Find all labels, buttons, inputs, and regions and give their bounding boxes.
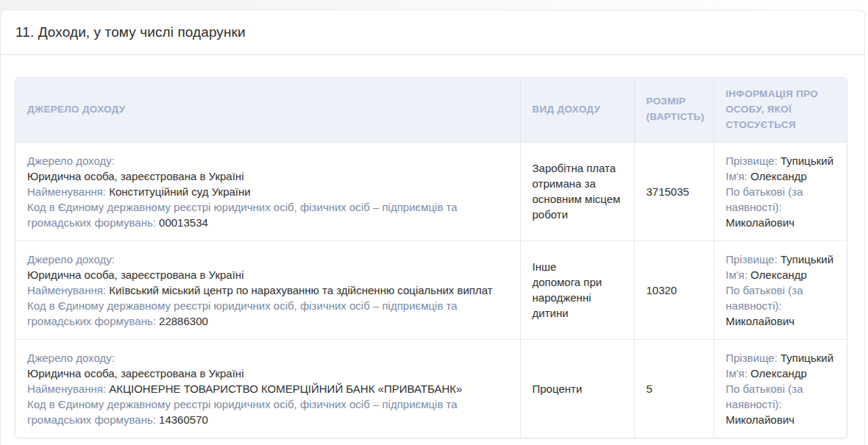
source-type-value: Юридична особа, зареєстрована в Україні xyxy=(27,168,510,184)
surname-value: Тупицький xyxy=(780,154,833,167)
surname-value: Тупицький xyxy=(780,253,833,266)
person-info-cell: Прізвище: Тупицький Ім'я: Олександр По б… xyxy=(714,339,847,438)
patronymic-value: Миколайович xyxy=(726,413,795,426)
name-value: Київський міський центр по нарахуванню т… xyxy=(109,284,492,296)
income-table-card: ДЖЕРЕЛО ДОХОДУ ВИД ДОХОДУ РОЗМІР (ВАРТІС… xyxy=(15,77,847,438)
section-title: 11. Доходи, у тому числі подарунки xyxy=(15,24,246,40)
person-info-cell: Прізвище: Тупицький Ім'я: Олександр По б… xyxy=(714,241,847,339)
column-header-amount: РОЗМІР (ВАРТІСТЬ) xyxy=(634,78,714,142)
first-name-value: Олександр xyxy=(750,170,807,182)
first-name-label: Ім'я: xyxy=(726,268,748,281)
declaration-page: { "page": { "section_title": "11. Доходи… xyxy=(0,0,868,445)
patronymic-value: Миколайович xyxy=(726,315,795,327)
first-name-label: Ім'я: xyxy=(726,367,748,380)
income-table: ДЖЕРЕЛО ДОХОДУ ВИД ДОХОДУ РОЗМІР (ВАРТІС… xyxy=(15,78,847,438)
surname-label: Прізвище: xyxy=(726,253,778,266)
registry-code-value: 22886300 xyxy=(159,315,208,327)
income-type-cell: Проценти xyxy=(520,339,634,438)
registry-code-label: Код в Єдиному державному реєстрі юридичн… xyxy=(27,201,458,229)
person-info-cell: Прізвище: Тупицький Ім'я: Олександр По б… xyxy=(714,142,847,241)
registry-code-label: Код в Єдиному державному реєстрі юридичн… xyxy=(27,299,458,327)
income-type-value: Проценти xyxy=(533,381,624,396)
income-source-cell: Джерело доходу: Юридична особа, зареєстр… xyxy=(15,339,520,438)
amount-cell: 10320 xyxy=(634,241,714,339)
patronymic-label: По батькові (за наявності): xyxy=(726,382,803,410)
registry-code-value: 14360570 xyxy=(159,413,208,426)
patronymic-label: По батькові (за наявності): xyxy=(726,284,803,312)
income-source-cell: Джерело доходу: Юридична особа, зареєстр… xyxy=(15,241,520,339)
amount-cell: 5 xyxy=(634,339,714,438)
patronymic-label: По батькові (за наявності): xyxy=(726,185,803,213)
income-type-value: Інше допомога при народженні дитини xyxy=(533,259,624,321)
income-type-cell: Заробітна плата отримана за основним міс… xyxy=(520,142,634,241)
surname-label: Прізвище: xyxy=(726,154,778,167)
first-name-value: Олександр xyxy=(750,367,807,380)
first-name-value: Олександр xyxy=(750,268,807,281)
name-label: Найменування: xyxy=(27,382,106,395)
column-header-person-info: ІНФОРМАЦІЯ ПРО ОСОБУ, ЯКОЇ СТОСУЄТЬСЯ xyxy=(714,78,847,142)
name-value: Конституційний суд України xyxy=(109,185,251,198)
column-header-income-type: ВИД ДОХОДУ xyxy=(520,78,634,142)
name-value: АКЦІОНЕРНЕ ТОВАРИСТВО КОМЕРЦІЙНИЙ БАНК «… xyxy=(109,382,462,395)
source-type-value: Юридична особа, зареєстрована в Україні xyxy=(27,267,510,282)
name-label: Найменування: xyxy=(27,185,106,198)
table-row: Джерело доходу: Юридична особа, зареєстр… xyxy=(15,142,847,241)
registry-code-label: Код в Єдиному державному реєстрі юридичн… xyxy=(27,398,458,426)
income-table-header: ДЖЕРЕЛО ДОХОДУ ВИД ДОХОДУ РОЗМІР (ВАРТІС… xyxy=(15,78,847,142)
amount-cell: 3715035 xyxy=(634,142,714,241)
income-type-cell: Інше допомога при народженні дитини xyxy=(520,241,634,339)
source-label: Джерело доходу: xyxy=(27,252,510,267)
source-label: Джерело доходу: xyxy=(27,350,510,366)
surname-value: Тупицький xyxy=(780,352,833,364)
amount-value: 5 xyxy=(647,382,652,395)
surname-label: Прізвище: xyxy=(726,352,778,364)
table-row: Джерело доходу: Юридична особа, зареєстр… xyxy=(15,339,847,438)
income-type-value: Заробітна плата отримана за основним міс… xyxy=(533,160,624,222)
content-panel: 11. Доходи, у тому числі подарунки ДЖЕРЕ… xyxy=(0,10,865,445)
section-header: 11. Доходи, у тому числі подарунки xyxy=(1,10,864,55)
table-row: Джерело доходу: Юридична особа, зареєстр… xyxy=(15,241,847,339)
amount-value: 10320 xyxy=(647,284,677,296)
first-name-label: Ім'я: xyxy=(726,170,748,182)
amount-value: 3715035 xyxy=(647,185,689,198)
income-source-cell: Джерело доходу: Юридична особа, зареєстр… xyxy=(15,142,520,241)
name-label: Найменування: xyxy=(27,284,106,296)
column-header-income-source: ДЖЕРЕЛО ДОХОДУ xyxy=(15,78,520,142)
source-type-value: Юридична особа, зареєстрована в Україні xyxy=(27,366,510,381)
patronymic-value: Миколайович xyxy=(726,216,795,229)
registry-code-value: 00013534 xyxy=(159,216,208,229)
source-label: Джерело доходу: xyxy=(27,153,510,168)
